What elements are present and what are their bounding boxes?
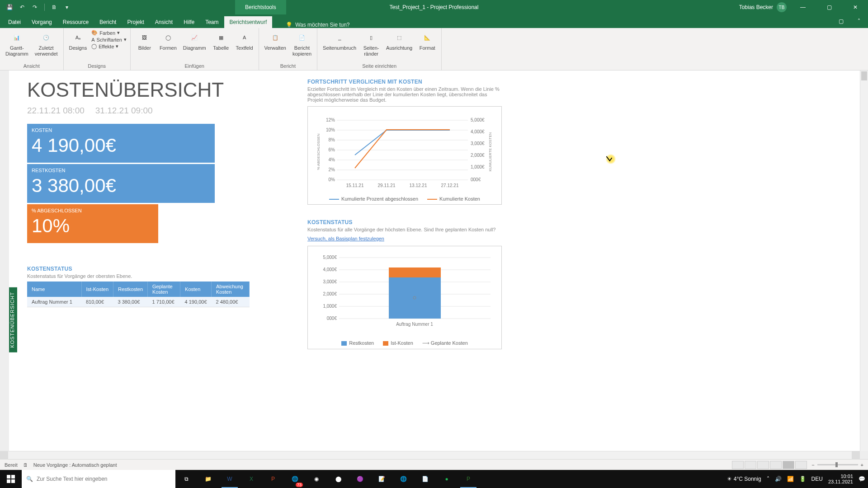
clock[interactable]: 10:01 23.11.2021	[828, 474, 853, 484]
minimize-button[interactable]: —	[793, 0, 813, 14]
view-6[interactable]	[795, 461, 807, 469]
app-icon-1[interactable]: 🟣	[349, 470, 371, 488]
obs-icon[interactable]: ⬤	[327, 470, 349, 488]
status-ready: Bereit	[5, 462, 18, 468]
user-account[interactable]: Tobias Becker TB	[739, 2, 787, 12]
table-row[interactable]: Auftrag Nummer 1 810,00€ 3 380,00€ 1 710…	[27, 297, 250, 307]
wifi-icon[interactable]: 📶	[787, 476, 794, 482]
maximize-button[interactable]: ▢	[819, 0, 839, 14]
tab-ressource[interactable]: Ressource	[57, 16, 94, 28]
chrome-icon[interactable]: ◉	[306, 470, 327, 488]
explorer-icon[interactable]: 📁	[197, 470, 219, 488]
excel-icon[interactable]: X	[241, 470, 262, 488]
tab-file[interactable]: Datei	[3, 16, 26, 28]
redo-icon[interactable]: ↷	[30, 2, 40, 12]
zoom-slider[interactable]: − +	[811, 462, 863, 468]
shapes-button[interactable]: ◯Formen	[158, 30, 179, 52]
tab-ansicht[interactable]: Ansicht	[150, 16, 178, 28]
table-button[interactable]: ▦Tabelle	[211, 30, 231, 52]
spotify-icon[interactable]: ●	[436, 470, 458, 488]
view-3[interactable]	[757, 461, 769, 469]
report-page[interactable]: KOSTENÜBERSICHT KOSTENÜBERSICHT 22.11.21…	[9, 70, 860, 451]
volume-icon[interactable]: 🔊	[775, 476, 782, 482]
tell-me-search[interactable]: 💡 Was möchten Sie tun?	[286, 22, 349, 28]
word-icon[interactable]: W	[219, 470, 241, 488]
tile-pct[interactable]: % ABGESCHLOSSEN 10%	[27, 204, 158, 243]
tab-team[interactable]: Team	[200, 16, 224, 28]
taskbar-search[interactable]: 🔍 Zur Suche Text hier eingeben	[22, 470, 175, 488]
qat-customize-icon[interactable]: ▾	[62, 2, 72, 12]
tab-berichtsentwurf[interactable]: Berichtsentwurf	[224, 16, 273, 28]
section-title: KOSTENSTATUS	[27, 266, 280, 272]
undo-icon[interactable]: ↶	[17, 2, 27, 12]
copy-report-button[interactable]: 📄Bericht kopieren	[291, 30, 313, 57]
progress-chart[interactable]: 12%10%8% 6%4%2% 0% 5,000€4,000€3,000€ 2,…	[307, 106, 502, 205]
side-tab[interactable]: KOSTENÜBERSICHT	[9, 287, 17, 352]
bar-chart-svg: 5,000€4,000€3,000€ 2,000€1,000€000€ Auft…	[314, 251, 495, 337]
save-icon[interactable]: 💾	[5, 2, 14, 12]
language-indicator[interactable]: DEU	[811, 476, 823, 482]
edge-legacy-icon[interactable]: 🌐73	[284, 470, 306, 488]
notifications-icon[interactable]: 💬	[859, 476, 865, 482]
designs-button[interactable]: AₐDesigns	[67, 30, 89, 52]
svg-text:10%: 10%	[326, 127, 335, 132]
tile-kosten[interactable]: KOSTEN 4 190,00€	[27, 124, 215, 163]
notepad-icon[interactable]: 📄	[414, 470, 436, 488]
recent-button[interactable]: 🕒Zuletzt verwendet	[33, 30, 60, 57]
line-chart-svg: 12%10%8% 6%4%2% 0% 5,000€4,000€3,000€ 2,…	[314, 111, 495, 192]
tray-chevron-icon[interactable]: ˄	[767, 476, 769, 482]
view-1[interactable]	[732, 461, 744, 469]
taskview-icon[interactable]: ⧉	[175, 470, 197, 488]
view-5[interactable]	[783, 461, 794, 469]
tab-bericht[interactable]: Bericht	[94, 16, 122, 28]
collapse-ribbon-icon[interactable]: ˄	[850, 14, 868, 28]
project-icon[interactable]: P	[458, 470, 479, 488]
ribbon-display-options-icon[interactable]: ▢	[832, 14, 850, 28]
scroll-thumb[interactable]	[861, 71, 867, 80]
section-sub: Erzielter Fortschritt im Vergleich mit d…	[307, 86, 502, 103]
baseline-link[interactable]: Versuch, als Basisplan festzulegen	[307, 236, 384, 241]
section-title: FORTSCHRITT VERGLICHEN MIT KOSTEN	[307, 79, 502, 85]
manage-button[interactable]: 📋Verwalten	[263, 30, 288, 52]
edge-icon[interactable]: 🌐	[392, 470, 414, 488]
doc-icon[interactable]: 🗎	[49, 2, 59, 12]
close-button[interactable]: ✕	[845, 0, 865, 14]
images-button[interactable]: 🖼Bilder	[134, 30, 155, 52]
quick-access-toolbar: 💾 ↶ ↷ 🗎 ▾	[0, 2, 72, 12]
view-2[interactable]	[745, 461, 756, 469]
powerpoint-icon[interactable]: P	[262, 470, 284, 488]
zoom-in-icon[interactable]: +	[861, 462, 863, 468]
app-icon-2[interactable]: 📝	[371, 470, 392, 488]
vertical-scrollbar[interactable]	[860, 70, 868, 451]
cost-status-table[interactable]: Name Ist-Kosten Restkosten Geplante Kost…	[27, 282, 250, 307]
zoom-knob[interactable]	[835, 462, 838, 467]
colors-button[interactable]: 🎨Farben ▾	[91, 30, 127, 36]
margins-button[interactable]: ▯Seiten- ränder	[361, 30, 382, 57]
start-button[interactable]	[0, 470, 22, 488]
copy-icon: 📄	[295, 31, 309, 44]
tab-vorgang[interactable]: Vorgang	[26, 16, 57, 28]
tab-projekt[interactable]: Projekt	[122, 16, 149, 28]
effects-button[interactable]: ◯Effekte ▾	[91, 43, 127, 49]
scroll-left-icon[interactable]	[0, 451, 8, 460]
scroll-right-icon[interactable]	[852, 451, 860, 460]
tile-value: 3 380,00€	[27, 175, 215, 203]
horizontal-scrollbar[interactable]	[0, 451, 860, 459]
battery-icon[interactable]: 🔋	[799, 476, 806, 482]
cost-status-chart[interactable]: 5,000€4,000€3,000€ 2,000€1,000€000€ Auft…	[307, 246, 502, 349]
orientation-button[interactable]: ⬚Ausrichtung	[384, 30, 414, 52]
pagebreak-button[interactable]: ⎯Seitenumbruch	[321, 30, 358, 52]
group-einfuegen: 🖼Bilder ◯Formen 📈Diagramm ▦Tabelle AText…	[131, 28, 259, 70]
group-label: Ansicht	[4, 62, 60, 70]
chart-button[interactable]: 📈Diagramm	[181, 30, 208, 52]
weather-widget[interactable]: ☀ 4°C Sonnig	[727, 476, 761, 482]
designs-icon: Aₐ	[71, 31, 85, 44]
zoom-out-icon[interactable]: −	[811, 462, 814, 468]
gantt-button[interactable]: 📊Gantt- Diagramm	[4, 30, 30, 57]
view-4[interactable]	[770, 461, 782, 469]
fonts-button[interactable]: ASchriftarten ▾	[91, 37, 127, 42]
size-button[interactable]: 📐Format	[417, 30, 438, 52]
textbox-button[interactable]: ATextfeld	[234, 30, 255, 52]
tab-hilfe[interactable]: Hilfe	[178, 16, 200, 28]
tile-restkosten[interactable]: RESTKOSTEN 3 380,00€	[27, 164, 215, 203]
